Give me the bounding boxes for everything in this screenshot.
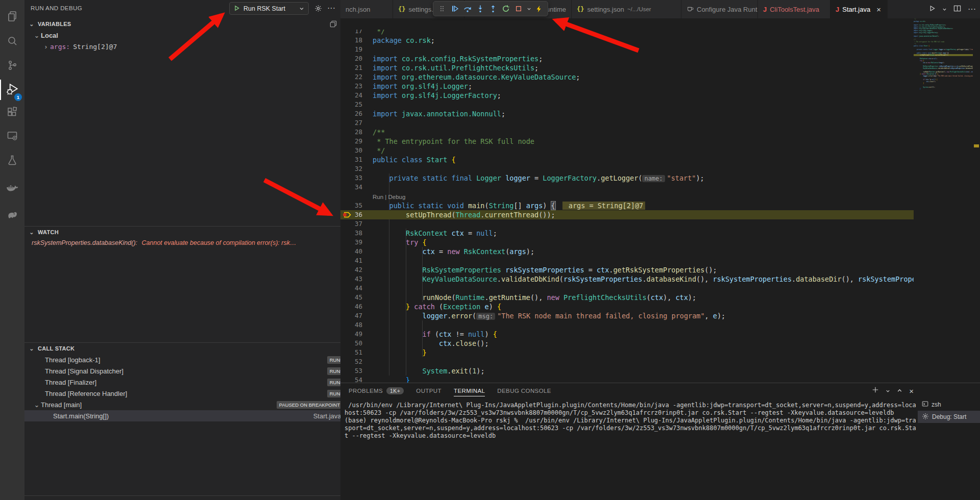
code-line[interactable]: 37	[340, 219, 914, 229]
stack-frame-row[interactable]: Start.main(String[]) Start.java 36:1	[24, 410, 340, 421]
start-debug-icon[interactable]	[234, 4, 240, 13]
run-chevron-down-icon[interactable]	[942, 5, 947, 14]
overview-ruler[interactable]	[973, 18, 980, 383]
code-line[interactable]: 27	[340, 118, 914, 128]
line-number[interactable]: 53	[340, 366, 362, 376]
more-actions-icon[interactable]: ···	[327, 4, 336, 13]
code-line[interactable]: 47 logger.error(msg:"The RSK node main t…	[340, 311, 914, 320]
activity-bar-item-testing[interactable]	[0, 150, 24, 172]
panel-tab-output[interactable]: OUTPUT	[416, 383, 442, 398]
line-number[interactable]: 46	[340, 302, 362, 311]
line-number[interactable]: 33	[340, 173, 362, 183]
restart-icon[interactable]	[500, 3, 511, 14]
panel-tab-problems[interactable]: PROBLEMS1K+	[349, 383, 404, 398]
line-number[interactable]: 44	[340, 284, 362, 293]
line-number[interactable]: 17	[340, 30, 362, 36]
call-stack-thread-row[interactable]: Thread [Reference Handler]RUNNING	[24, 388, 340, 399]
line-number[interactable]: 50	[340, 339, 362, 348]
line-number[interactable]: 47	[340, 311, 362, 320]
terminal-instance-zsh[interactable]: zsh	[918, 398, 980, 411]
code-line[interactable]: 32	[340, 164, 914, 173]
codelens-row[interactable]: Run | Debug	[340, 192, 914, 201]
line-number[interactable]: 48	[340, 320, 362, 330]
stop-chevron-icon[interactable]	[526, 3, 531, 14]
tab-clitoolstest.java[interactable]: JCliToolsTest.java	[758, 0, 830, 18]
terminal-output[interactable]: /usr/bin/env /Library/Internet\ Plug-Ins…	[345, 402, 916, 440]
code-line[interactable]: 36 setUpThread(Thread.currentThread());	[340, 210, 914, 219]
line-number[interactable]: 23	[340, 82, 362, 91]
code-line[interactable]: 38 RskContext ctx = null;	[340, 229, 914, 238]
terminal-instance-debug-start[interactable]: Debug: Start	[918, 411, 980, 423]
activity-bar-item-gradle[interactable]	[0, 205, 24, 228]
line-number[interactable]: 40	[340, 247, 362, 256]
new-terminal-icon[interactable]	[872, 386, 879, 395]
watch-expression-row[interactable]: rskSystemProperties.databaseKind(): Cann…	[32, 239, 338, 246]
line-number[interactable]: 18	[340, 36, 362, 45]
chevron-down-icon[interactable]	[299, 4, 304, 13]
line-number[interactable]: 34	[340, 183, 362, 192]
code-line[interactable]: 40 ctx = new RskContext(args);	[340, 247, 914, 256]
call-stack-section-header[interactable]: ⌄ CALL STACK	[24, 343, 340, 354]
code-line[interactable]: 26import javax.annotation.Nonnull;	[340, 109, 914, 118]
code-line[interactable]: 21import co.rsk.util.PreflightChecksUtil…	[340, 63, 914, 72]
continue-icon[interactable]	[449, 3, 460, 14]
code-line[interactable]: 17 */	[340, 30, 914, 36]
activity-bar-item-search[interactable]	[0, 31, 24, 53]
line-number[interactable]: 26	[340, 109, 362, 118]
call-stack-thread-row[interactable]: Thread [Finalizer]RUNNING	[24, 377, 340, 388]
line-number[interactable]: 29	[340, 137, 362, 146]
code-line[interactable]: 22import org.ethereum.datasource.KeyValu…	[340, 72, 914, 82]
call-stack-thread-row[interactable]: Thread [logback-1]RUNNING	[24, 354, 340, 365]
code-line[interactable]: 34	[340, 183, 914, 192]
code-line[interactable]: 33 private static final Logger logger = …	[340, 173, 914, 183]
stop-icon[interactable]	[513, 3, 524, 14]
variable-args-row[interactable]: › args: String[2]@7	[24, 41, 340, 52]
tab-nch.json[interactable]: nch.json	[340, 0, 393, 18]
line-number[interactable]: 37	[340, 219, 362, 229]
activity-bar-item-docker[interactable]	[0, 178, 24, 200]
code-line[interactable]: 54 }	[340, 376, 914, 383]
line-number[interactable]: 22	[340, 72, 362, 82]
code-line[interactable]: 19	[340, 45, 914, 54]
code-line[interactable]: 31public class Start {	[340, 155, 914, 164]
line-number[interactable]: 54	[340, 376, 362, 383]
line-number[interactable]: 42	[340, 265, 362, 274]
code-line[interactable]: 46 } catch (Exception e) {	[340, 302, 914, 311]
line-number[interactable]: 49	[340, 330, 362, 339]
split-editor-icon[interactable]	[953, 5, 961, 14]
code-line[interactable]: 28/**	[340, 128, 914, 137]
call-stack-thread-row[interactable]: ⌄Thread [main]PAUSED ON BREAKPOINT	[24, 399, 340, 410]
code-line[interactable]: 25	[340, 100, 914, 109]
close-panel-icon[interactable]: ×	[909, 387, 914, 395]
code-line[interactable]: 51 }	[340, 348, 914, 357]
code-line[interactable]: 35 public static void main(String[] args…	[340, 201, 914, 210]
line-number[interactable]: 41	[340, 256, 362, 265]
line-number[interactable]: 45	[340, 293, 362, 302]
step-over-icon[interactable]	[462, 3, 473, 14]
activity-bar-item-remote-explorer[interactable]	[0, 126, 24, 148]
code-line[interactable]: 53 System.exit(1);	[340, 366, 914, 376]
minimap[interactable]: */package co.rsk;import co.rsk.config.Rs…	[914, 18, 973, 383]
variables-scope-local[interactable]: ⌄ Local	[24, 30, 340, 41]
line-number[interactable]: 31	[340, 155, 362, 164]
line-number[interactable]: 38	[340, 229, 362, 238]
panel-tab-debug-console[interactable]: DEBUG CONSOLE	[497, 383, 551, 398]
code-editor[interactable]: 17 */18package co.rsk;1920import co.rsk.…	[340, 30, 914, 383]
line-number[interactable]: 21	[340, 63, 362, 72]
tab-configure-java-runtime[interactable]: Configure Java Runtime	[681, 0, 758, 18]
line-number[interactable]: 32	[340, 164, 362, 173]
code-line[interactable]: 49 if (ctx != null) {	[340, 330, 914, 339]
tab-settings.json[interactable]: {}settings.json~/.../User	[572, 0, 681, 18]
line-number[interactable]: 25	[340, 100, 362, 109]
collapse-all-icon[interactable]	[329, 19, 338, 29]
activity-bar-item-extensions[interactable]	[0, 102, 24, 124]
code-line[interactable]: 39 try {	[340, 238, 914, 247]
activity-bar-item-explorer[interactable]	[0, 6, 24, 29]
step-into-icon[interactable]	[475, 3, 485, 14]
code-line[interactable]: 43 KeyValueDataSource.validateDbKind(rsk…	[340, 274, 914, 284]
panel-tab-terminal[interactable]: TERMINAL	[454, 383, 485, 398]
run-file-icon[interactable]	[929, 5, 936, 14]
line-number[interactable]: 19	[340, 45, 362, 54]
watch-section-header[interactable]: ⌄ WATCH	[24, 227, 340, 238]
line-number[interactable]: 51	[340, 348, 362, 357]
